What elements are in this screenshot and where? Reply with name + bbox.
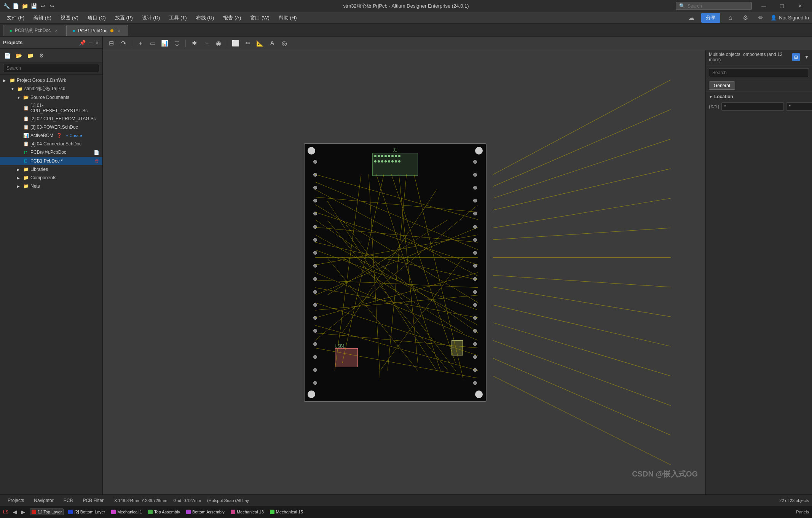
tree-file-4[interactable]: 📋 [4] 04-Connector.SchDoc	[0, 140, 102, 148]
sidebar-open-btn[interactable]: 📂	[14, 51, 24, 61]
layer-bottom[interactable]: [2] Bottom Layer	[67, 509, 107, 515]
toolbar-chart-btn[interactable]: 📊	[160, 38, 170, 49]
layer-prev-btn[interactable]: ◀	[11, 508, 19, 516]
properties-search-area	[706, 66, 812, 80]
status-tab-pcb-filter[interactable]: PCB Filter	[78, 497, 108, 504]
svg-line-48	[493, 323, 671, 376]
tree-components[interactable]: ▶ 📁 Components	[0, 174, 102, 182]
sidebar-close-icon[interactable]: ×	[95, 40, 99, 46]
tree-source-docs[interactable]: ▼ 📂 Source Documents	[0, 93, 102, 102]
sidebar-search-input[interactable]	[3, 64, 99, 72]
menu-help[interactable]: 帮助 (H)	[275, 13, 301, 23]
tab-pcb-structure[interactable]: ■ PCB结构.PcbDoc ×	[3, 25, 65, 36]
menu-reports[interactable]: 报告 (A)	[219, 13, 245, 23]
menu-design[interactable]: 设计 (D)	[138, 13, 164, 23]
sidebar-save-btn[interactable]: 📁	[25, 51, 35, 61]
tree-libraries[interactable]: ▶ 📁 Libraries	[0, 165, 102, 174]
menu-place[interactable]: 放置 (P)	[111, 13, 137, 23]
tree-pcb-structure-label: PCB结构.PcbDoc	[30, 149, 66, 156]
paint-icon[interactable]: ✏	[755, 13, 766, 23]
tab-pcb1-close[interactable]: ×	[116, 28, 122, 33]
properties-search-input[interactable]	[709, 68, 809, 77]
toolbar-measure-btn[interactable]: 📐	[255, 38, 265, 49]
svg-line-17	[315, 303, 478, 355]
toolbar-square-btn[interactable]: ⬜	[230, 38, 241, 49]
toolbar-circle-btn[interactable]: ◎	[279, 38, 290, 49]
status-tab-projects[interactable]: Projects	[3, 497, 29, 504]
layer-mech1[interactable]: Mechanical 1	[110, 509, 144, 515]
canvas-area[interactable]: J1	[103, 50, 705, 494]
menu-window[interactable]: 窗口 (W)	[246, 13, 273, 23]
toolbar-text-btn[interactable]: A	[267, 38, 278, 49]
title-left-icons: 🔧 📄 📁 💾 ↩ ↪	[3, 3, 56, 10]
toolbar-rect-btn[interactable]: ▭	[147, 38, 158, 49]
tree-pcb-structure[interactable]: 🗋 PCB结构.PcbDoc 📄	[0, 148, 102, 157]
undo-icon[interactable]: ↩	[40, 3, 46, 10]
tree-nets[interactable]: ▶ 📁 Nets	[0, 182, 102, 190]
open-icon[interactable]: 📁	[21, 3, 28, 10]
sidebar-minimize-icon[interactable]: ─	[88, 40, 93, 46]
global-search-input[interactable]	[688, 3, 748, 9]
properties-dropdown-icon[interactable]: ▼	[804, 54, 809, 60]
pcb-board[interactable]: J1	[304, 143, 487, 402]
tree-project[interactable]: ▼ 📁 stm32核心板.PrjPcb	[0, 84, 102, 93]
pcb-canvas[interactable]: J1	[103, 50, 705, 494]
menu-route[interactable]: 布线 (U)	[192, 13, 218, 23]
layer-next-btn[interactable]: ▶	[19, 508, 27, 516]
svg-line-50	[493, 358, 671, 435]
location-section-header[interactable]: ▼ Location	[709, 94, 809, 99]
status-tab-pcb[interactable]: PCB	[59, 497, 78, 504]
layer-top-assembly[interactable]: Top Assembly	[147, 509, 182, 515]
panels-label[interactable]: Panels	[796, 510, 809, 514]
sidebar-new-btn[interactable]: 📄	[2, 51, 12, 61]
csdn-watermark: CSDN @嵌入式OG	[632, 469, 698, 479]
toolbar-polygon-btn[interactable]: ⬡	[172, 38, 182, 49]
layer-mech13[interactable]: Mechanical 13	[229, 509, 265, 515]
location-y-input[interactable]	[786, 102, 812, 111]
menu-tools[interactable]: 工具 (T)	[165, 13, 190, 23]
share-button[interactable]: 分享	[701, 13, 720, 23]
toolbar-router-btn[interactable]: ↷	[118, 38, 129, 49]
menu-file[interactable]: 文件 (F)	[3, 13, 28, 23]
sidebar-cfg-btn[interactable]: ⚙	[37, 51, 46, 61]
home-icon[interactable]: ⌂	[725, 13, 735, 23]
toolbar-wave-btn[interactable]: ~	[201, 38, 212, 49]
tab-pcb-structure-close[interactable]: ×	[54, 28, 59, 33]
properties-filter-btn[interactable]: ⊟	[792, 53, 800, 61]
layer-bottom-assembly[interactable]: Bottom Assembly	[185, 509, 226, 515]
global-search[interactable]: 🔍	[676, 2, 752, 10]
properties-tab-general[interactable]: General	[709, 81, 735, 90]
tree-pcb1[interactable]: 🗋 PCB1.PcbDoc * 🗑	[0, 157, 102, 165]
save-icon[interactable]: 💾	[30, 3, 37, 10]
toolbar-asterisk-btn[interactable]: ✱	[189, 38, 199, 49]
layer-mech1-dot	[111, 510, 116, 514]
tree-project-group[interactable]: ▶ 📁 Project Group 1.DsnWrk	[0, 76, 102, 84]
layer-mech15[interactable]: Mechanical 15	[268, 509, 305, 515]
new-icon[interactable]: 📄	[12, 3, 19, 10]
restore-button[interactable]: □	[773, 0, 791, 12]
menu-view[interactable]: 视图 (V)	[57, 13, 82, 23]
minimize-button[interactable]: ─	[755, 0, 772, 12]
status-tab-navigator[interactable]: Navigator	[29, 497, 58, 504]
tab-pcb1[interactable]: ■ PCB1.PcbDoc ×	[66, 25, 128, 36]
layer-top[interactable]: [1] Top Layer	[30, 508, 64, 515]
toolbar-filter-btn[interactable]: ⊟	[106, 38, 116, 49]
tree-active-bom[interactable]: 📊 ActiveBOM ❓ + Create	[0, 131, 102, 140]
user-button[interactable]: 👤 Not Signed In	[771, 15, 809, 21]
close-button[interactable]: ×	[791, 0, 809, 12]
menu-edit[interactable]: 编辑 (E)	[30, 13, 55, 23]
menu-project[interactable]: 项目 (C)	[84, 13, 110, 23]
svg-line-47	[493, 305, 671, 346]
toolbar-edit-btn[interactable]: ✏	[242, 38, 253, 49]
tree-file-2[interactable]: 📋 [2] 02-CPU_EEPROM_JTAG.Sc	[0, 115, 102, 123]
redo-icon[interactable]: ↪	[49, 3, 56, 10]
toolbar-via-btn[interactable]: ◉	[213, 38, 224, 49]
location-x-input[interactable]	[721, 102, 784, 111]
cloud-icon[interactable]: ☁	[686, 13, 697, 23]
tree-file-1[interactable]: 📋 [1] 01-CPU_RESET_CRYSTAL.Sc	[0, 102, 102, 115]
sidebar-pin-icon[interactable]: 📌	[78, 40, 86, 46]
settings-icon[interactable]: ⚙	[740, 13, 751, 23]
tree-file-3[interactable]: 📋 [3] 03-POWER.SchDoc	[0, 123, 102, 131]
create-bom-button[interactable]: + Create	[66, 133, 82, 138]
toolbar-add-btn[interactable]: +	[135, 38, 146, 49]
